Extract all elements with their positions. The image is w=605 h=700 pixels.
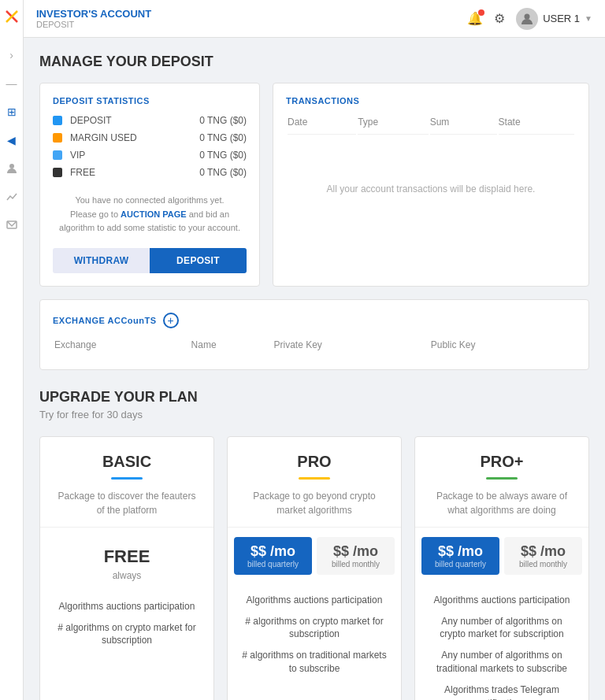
pricing-monthly-proplus[interactable]: $$ /mo billed monthly bbox=[504, 537, 582, 575]
transactions-empty-msg: All your account transactions will be di… bbox=[288, 136, 574, 242]
plan-feature-proplus-3: Any number of algorithms on traditional … bbox=[428, 649, 576, 676]
plan-name-basic: BASIC bbox=[53, 453, 201, 471]
top-section: DEPOSIT STATISTICS DEPOSIT 0 TNG ($0) MA… bbox=[39, 83, 589, 287]
col-private-key: Private Key bbox=[273, 339, 429, 355]
plans-container: BASIC Package to discover the feauters o… bbox=[39, 436, 589, 700]
top-navigation: INVESTOR'S ACCOUNT DEPOSIT 🔔 ⚙ USER 1 ▼ bbox=[24, 0, 605, 38]
notification-icon[interactable]: 🔔 bbox=[467, 11, 483, 26]
plan-header-basic: BASIC Package to discover the feauters o… bbox=[40, 437, 213, 528]
col-sum: Sum bbox=[430, 117, 497, 135]
deposit-button[interactable]: DEPOSIT bbox=[150, 248, 247, 273]
user-section[interactable]: USER 1 ▼ bbox=[516, 8, 592, 30]
col-name: Name bbox=[191, 339, 273, 355]
svg-point-2 bbox=[9, 164, 14, 169]
sidebar-icon-user[interactable] bbox=[4, 161, 20, 176]
pricing-billing-quarterly-pro: billed quarterly bbox=[239, 560, 307, 569]
plan-features-proplus: Algorithms auctions participation Any nu… bbox=[415, 584, 588, 700]
chevron-down-icon[interactable]: ▼ bbox=[585, 14, 592, 23]
no-algorithms-message: You have no connected algorithms yet. Pl… bbox=[53, 194, 247, 235]
stat-row-deposit: DEPOSIT 0 TNG ($0) bbox=[53, 115, 247, 126]
plan-free-price: FREE bbox=[53, 537, 201, 570]
app-info: INVESTOR'S ACCOUNT DEPOSIT bbox=[36, 8, 151, 29]
withdraw-button[interactable]: WITHDRAW bbox=[53, 248, 150, 273]
logo-icon[interactable] bbox=[3, 8, 20, 25]
deposit-stats-title: DEPOSIT STATISTICS bbox=[53, 96, 247, 106]
user-name: USER 1 bbox=[543, 13, 580, 24]
exchange-accounts-table: Exchange Name Private Key Public Key bbox=[53, 338, 576, 357]
plan-features-basic: Algorithms auctions participation # algo… bbox=[40, 591, 213, 700]
sidebar-icon-chart[interactable] bbox=[4, 189, 20, 205]
stat-row-free: FREE 0 TNG ($0) bbox=[53, 167, 247, 178]
stat-row-margin: MARGIN USED 0 TNG ($0) bbox=[53, 132, 247, 143]
transactions-title: TRANSACTIONS bbox=[286, 96, 576, 106]
plan-feature-basic-1: Algorithms auctions participation bbox=[53, 600, 201, 613]
sidebar-icon-back[interactable]: ◀ bbox=[4, 132, 20, 148]
stat-value-deposit: 0 TNG ($0) bbox=[199, 115, 247, 126]
upgrade-section: UPGRADE YOUR PLAN Try for free for 30 da… bbox=[39, 389, 589, 700]
upgrade-subtitle: Try for free for 30 days bbox=[39, 409, 589, 420]
page-title: MANAGE YOUR DEPOSIT bbox=[39, 54, 589, 70]
col-exchange: Exchange bbox=[54, 339, 190, 355]
exchange-accounts-header: EXCHANGE ACCounTS + bbox=[53, 313, 576, 328]
plan-feature-basic-2: # algorithms on crypto market for subscr… bbox=[53, 621, 201, 648]
sidebar-icon-expand[interactable]: › bbox=[4, 47, 20, 63]
col-state: State bbox=[499, 117, 574, 135]
stat-value-margin: 0 TNG ($0) bbox=[199, 132, 247, 143]
sidebar-icon-dash[interactable]: — bbox=[4, 76, 20, 91]
transactions-card: TRANSACTIONS Date Type Sum State All you… bbox=[273, 83, 589, 287]
pricing-amount-quarterly-proplus: $$ /mo bbox=[426, 543, 495, 560]
add-exchange-account-icon[interactable]: + bbox=[163, 313, 179, 328]
upgrade-title: UPGRADE YOUR PLAN bbox=[39, 389, 589, 406]
card-buttons: WITHDRAW DEPOSIT bbox=[53, 248, 247, 273]
settings-icon[interactable]: ⚙ bbox=[494, 11, 505, 26]
app-name: INVESTOR'S ACCOUNT bbox=[36, 8, 151, 20]
stat-value-vip: 0 TNG ($0) bbox=[199, 150, 247, 161]
pricing-quarterly-proplus[interactable]: $$ /mo billed quarterly bbox=[421, 537, 499, 575]
plan-underline-pro bbox=[299, 477, 330, 480]
top-nav-right: 🔔 ⚙ USER 1 ▼ bbox=[467, 8, 592, 30]
stat-color-vip bbox=[53, 150, 62, 160]
plan-features-pro: Algorithms auctions participation # algo… bbox=[228, 584, 401, 700]
sidebar-icon-grid[interactable]: ⊞ bbox=[4, 104, 20, 120]
stat-label-free: FREE bbox=[70, 167, 199, 178]
pricing-amount-monthly-pro: $$ /mo bbox=[321, 543, 390, 560]
plan-header-pro: PRO Package to go beyond crypto market a… bbox=[228, 437, 401, 528]
plan-feature-proplus-4: Algorithms trades Telegram notifications bbox=[428, 683, 576, 700]
plan-name-proplus: PRO+ bbox=[428, 453, 576, 471]
sidebar: › — ⊞ ◀ bbox=[0, 0, 24, 700]
col-date: Date bbox=[288, 117, 356, 135]
plan-card-proplus: PRO+ Package to be always aware of what … bbox=[414, 436, 589, 700]
pricing-billing-monthly-proplus: billed monthly bbox=[509, 560, 577, 569]
user-avatar bbox=[516, 8, 538, 30]
main-content: INVESTOR'S ACCOUNT DEPOSIT 🔔 ⚙ USER 1 ▼ … bbox=[24, 0, 605, 700]
plan-description-proplus: Package to be always aware of what algor… bbox=[428, 489, 576, 517]
plan-free-price-section: FREE always bbox=[40, 528, 213, 591]
plan-underline-proplus bbox=[486, 477, 518, 480]
stat-label-margin: MARGIN USED bbox=[70, 132, 199, 143]
pricing-monthly-pro[interactable]: $$ /mo billed monthly bbox=[317, 537, 395, 575]
plan-free-label: always bbox=[53, 570, 201, 587]
stat-color-deposit bbox=[53, 116, 62, 125]
deposit-statistics-card: DEPOSIT STATISTICS DEPOSIT 0 TNG ($0) MA… bbox=[39, 83, 260, 287]
plan-card-pro: PRO Package to go beyond crypto market a… bbox=[227, 436, 402, 700]
stat-value-free: 0 TNG ($0) bbox=[199, 167, 247, 178]
plan-description-basic: Package to discover the feauters of the … bbox=[53, 489, 201, 517]
stat-color-free bbox=[53, 168, 62, 177]
plan-feature-pro-1: Algorithms auctions participation bbox=[240, 594, 388, 607]
auction-page-link[interactable]: AUCTION PAGE bbox=[121, 209, 187, 219]
pricing-quarterly-pro[interactable]: $$ /mo billed quarterly bbox=[234, 537, 312, 575]
col-type: Type bbox=[358, 117, 428, 135]
plan-feature-pro-2: # algorithms on crypto market for subscr… bbox=[240, 615, 388, 642]
plan-card-basic: BASIC Package to discover the feauters o… bbox=[39, 436, 214, 700]
plan-pricing-pro: $$ /mo billed quarterly $$ /mo billed mo… bbox=[228, 528, 401, 584]
plan-feature-proplus-2: Any number of algorithms on crypto marke… bbox=[428, 615, 576, 642]
sidebar-icon-msg[interactable] bbox=[4, 217, 20, 233]
pricing-amount-quarterly-pro: $$ /mo bbox=[239, 543, 307, 560]
exchange-accounts-title: EXCHANGE ACCounTS bbox=[53, 316, 157, 325]
plan-feature-pro-3: # algorithms on traditional markets to s… bbox=[240, 649, 388, 676]
transactions-table: Date Type Sum State All your account tra… bbox=[286, 115, 576, 243]
col-public-key: Public Key bbox=[431, 339, 574, 355]
pricing-billing-quarterly-proplus: billed quarterly bbox=[426, 560, 495, 569]
plan-feature-proplus-1: Algorithms auctions participation bbox=[428, 594, 576, 607]
plan-header-proplus: PRO+ Package to be always aware of what … bbox=[415, 437, 588, 528]
